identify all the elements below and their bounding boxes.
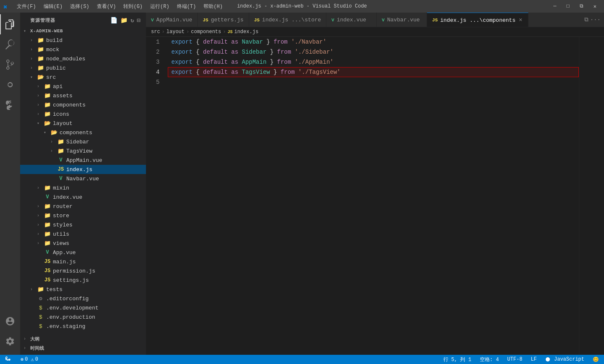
activity-item-extensions[interactable] <box>0 95 20 115</box>
folder-icon-layout: 📂 <box>44 120 51 127</box>
tree-root-label: X-ADMIN-WEB <box>30 29 63 34</box>
tree-item-mock[interactable]: › 📁 mock <box>20 45 146 54</box>
activity-item-explorer[interactable] <box>0 14 20 34</box>
refresh-icon[interactable]: ↻ <box>130 17 134 24</box>
tab-label-navbar-vue: Navbar.vue <box>387 17 420 23</box>
tab-index-js-components[interactable]: JS index.js ...\components × <box>427 13 528 27</box>
tree-item-env-development[interactable]: $ .env.development <box>20 303 146 312</box>
breadcrumb-components[interactable]: components <box>191 29 221 35</box>
tree-item-env-production[interactable]: $ .env.production <box>20 312 146 322</box>
kw-from-1: from <box>273 37 288 47</box>
menu-goto[interactable]: 转到(G) <box>120 2 146 11</box>
tree-item-layout-components[interactable]: ▾ 📂 components <box>20 128 146 137</box>
breadcrumb-src[interactable]: src <box>151 29 160 35</box>
menu-terminal[interactable]: 终端(T) <box>174 2 200 11</box>
feedback-icon[interactable]: 😊 <box>591 356 601 363</box>
activity-item-search[interactable] <box>0 34 20 55</box>
tree-item-layout[interactable]: ▾ 📂 layout <box>20 119 146 128</box>
kw-export-3: export <box>171 57 192 67</box>
tree-arrow-icons: › <box>37 112 44 117</box>
tree-item-index-vue[interactable]: V index.vue <box>20 192 146 202</box>
tab-label-getters-js: getters.js <box>211 17 244 23</box>
activity-item-settings[interactable] <box>0 331 20 351</box>
code-editor[interactable]: 1 2 3 4 5 export { default as Navbar } <box>146 37 604 355</box>
new-folder-icon[interactable]: 📁 <box>120 17 128 24</box>
folder-icon-layout-components: 📂 <box>50 129 58 136</box>
tree-item-src[interactable]: ▾ 📂 src <box>20 73 146 82</box>
kw-export-1: export <box>171 37 192 47</box>
tree-item-main-js[interactable]: JS main.js <box>20 257 146 266</box>
tree-arrow-api: › <box>37 84 44 89</box>
tree-item-components[interactable]: › 📁 components <box>20 100 146 109</box>
line-num-4: 4 <box>156 67 159 77</box>
tree-item-env-staging[interactable]: $ .env.staging <box>20 322 146 331</box>
tree-item-build[interactable]: › 📁 build <box>20 36 146 45</box>
tree-item-utils[interactable]: › 📁 utils <box>20 229 146 239</box>
tree-item-store[interactable]: › 📁 store <box>20 211 146 220</box>
tree-label-public: public <box>46 65 66 71</box>
collapse-icon[interactable]: ⊟ <box>137 17 141 24</box>
tree-item-appmain-vue[interactable]: V AppMain.vue <box>20 156 146 165</box>
tree-item-index-js[interactable]: JS index.js <box>20 165 146 174</box>
tree-item-app-vue[interactable]: V App.vue <box>20 248 146 257</box>
js-icon-tab-index-components: JS <box>432 18 437 23</box>
tree-label-views: views <box>53 240 69 247</box>
git-branch-status[interactable] <box>3 356 14 362</box>
space-4b <box>238 67 242 77</box>
tree-item-icons[interactable]: › 📁 icons <box>20 109 146 119</box>
tab-close-index-js-components[interactable]: × <box>518 16 523 24</box>
tree-item-api[interactable]: › 📁 api <box>20 82 146 91</box>
tree-label-tests: tests <box>46 286 62 293</box>
tab-getters-js[interactable]: JS getters.js <box>198 13 249 27</box>
tree-root[interactable]: ▾ X-ADMIN-WEB <box>20 26 146 36</box>
tree-item-permission-js[interactable]: JS permission.js <box>20 266 146 276</box>
tree-item-node-modules[interactable]: › 📁 node_modules <box>20 54 146 63</box>
kw-as-2: as <box>231 47 238 57</box>
tree-arrow-utils: › <box>37 232 44 237</box>
close-button[interactable]: ✕ <box>589 3 601 10</box>
kw-default-2: default <box>203 47 228 57</box>
minimize-button[interactable]: ─ <box>549 3 560 10</box>
cursor-position[interactable]: 行 5, 列 1 <box>442 356 473 363</box>
activity-item-git[interactable] <box>0 55 20 75</box>
code-line-2: export { default as Sidebar } from './Si… <box>168 47 579 57</box>
tree-item-tests[interactable]: › 📁 tests <box>20 285 146 294</box>
tab-appmain-vue[interactable]: V AppMain.vue <box>146 13 198 27</box>
tree-item-editorconfig[interactable]: ⚙ .editorconfig <box>20 294 146 303</box>
tree-item-tagsview-dir[interactable]: › 📁 TagsView <box>20 146 146 156</box>
menu-run[interactable]: 运行(R) <box>147 2 173 11</box>
tree-item-public[interactable]: › 📁 public <box>20 63 146 73</box>
dollar-icon-env-production: $ <box>37 314 44 320</box>
tab-navbar-vue[interactable]: V Navbar.vue <box>377 13 427 27</box>
breadcrumb-layout[interactable]: layout <box>167 29 185 35</box>
tree-item-settings-js[interactable]: JS settings.js <box>20 276 146 285</box>
error-count[interactable]: ⊗ 0 ⚠ 0 <box>19 356 40 363</box>
tree-item-router[interactable]: › 📁 router <box>20 202 146 211</box>
tab-index-vue[interactable]: V index.vue <box>326 13 377 27</box>
menu-view[interactable]: 查看(V) <box>94 2 120 11</box>
tree-item-outline[interactable]: › 大纲 <box>20 334 146 343</box>
menu-help[interactable]: 帮助(H) <box>200 2 226 11</box>
tree-item-sidebar-dir[interactable]: › 📁 Sidebar <box>20 137 146 146</box>
tab-index-js-store[interactable]: JS index.js ...\store <box>249 13 327 27</box>
encoding[interactable]: UTF-8 <box>505 356 524 362</box>
menu-select[interactable]: 选择(S) <box>67 2 93 11</box>
tree-item-styles[interactable]: › 📁 styles <box>20 220 146 229</box>
tree-item-mixin[interactable]: › 📁 mixin <box>20 183 146 192</box>
tree-item-navbar-vue[interactable]: V Navbar.vue <box>20 174 146 183</box>
more-tabs-icon[interactable]: ··· <box>590 16 601 23</box>
new-file-icon[interactable]: 📄 <box>110 17 118 24</box>
activity-item-account[interactable] <box>0 311 20 331</box>
maximize-button[interactable]: □ <box>562 3 574 10</box>
split-editor-icon[interactable]: ⧉ <box>584 16 588 23</box>
line-ending[interactable]: LF <box>529 356 538 362</box>
restore-button[interactable]: ⧉ <box>575 3 588 10</box>
menu-edit[interactable]: 编辑(E) <box>40 2 66 11</box>
activity-item-debug[interactable] <box>0 75 20 95</box>
menu-file[interactable]: 文件(F) <box>13 2 39 11</box>
language-mode[interactable]: JavaScript <box>544 356 586 362</box>
tree-item-timeline[interactable]: › 时间线 <box>20 343 146 353</box>
tree-item-assets[interactable]: › 📁 assets <box>20 91 146 100</box>
indentation[interactable]: 空格: 4 <box>478 356 501 363</box>
tree-item-views[interactable]: › 📁 views <box>20 239 146 248</box>
